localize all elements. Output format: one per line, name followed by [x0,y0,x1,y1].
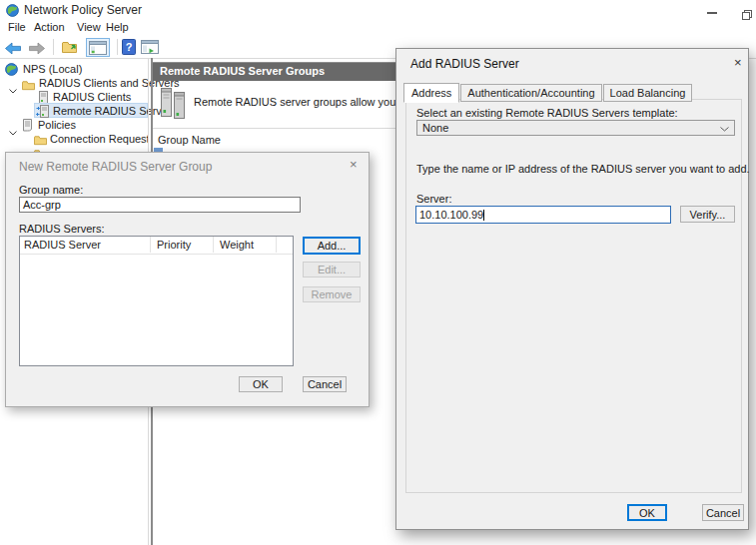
forward-arrow-icon[interactable] [28,41,46,59]
tab-page [405,99,742,493]
tab-load-balancing[interactable]: Load Balancing [603,84,693,102]
tree-item-connection-request-policies[interactable]: Connection Request Po [50,132,149,146]
close-icon[interactable]: × [350,158,358,171]
cancel-button[interactable]: Cancel [303,376,347,392]
minimize-icon[interactable] [707,12,717,14]
console-window-icon[interactable] [141,40,159,58]
server-label: Server: [416,193,451,205]
dialog-title: Add RADIUS Server [410,57,519,71]
menu-file[interactable]: File [8,21,26,33]
list-header: RADIUS Server Priority Weight [20,237,293,255]
close-icon[interactable]: × [734,56,742,69]
ok-button[interactable]: OK [627,504,667,521]
menu-action[interactable]: Action [34,21,65,33]
svg-text:?: ? [126,41,133,53]
add-button[interactable]: Add... [303,237,361,255]
tab-strip: Address Authentication/Accounting Load B… [403,82,693,102]
template-selected-value: None [422,122,448,134]
toolbar-separator [53,39,54,55]
globe-icon [5,62,18,80]
toolbar-separator [117,39,118,55]
help-icon[interactable]: ? [122,39,136,59]
radius-servers-label: RADIUS Servers: [19,223,105,235]
server-input[interactable]: 10.10.100.99 [415,206,671,224]
chevron-down-icon[interactable] [9,122,17,140]
instruction-text: Type the name or IP address of the RADIU… [416,163,750,175]
template-dropdown[interactable]: None [416,120,735,136]
template-label: Select an existing Remote RADIUS Servers… [416,107,678,119]
network-policy-server-window: Network Policy Server File Action View H… [0,0,756,545]
tree-item-radius-clients[interactable]: RADIUS Clients [53,90,131,104]
back-arrow-icon[interactable] [4,41,22,59]
menu-view[interactable]: View [77,21,101,33]
policies-scroll-icon [21,118,33,136]
column-header-group-name[interactable]: Group Name [158,134,221,146]
dialog-title: New Remote RADIUS Server Group [19,160,212,174]
tab-authentication[interactable]: Authentication/Accounting [460,84,601,102]
up-folder-icon[interactable] [62,40,79,58]
group-name-input[interactable]: Acc-grp [19,197,301,213]
column-priority[interactable]: Priority [157,239,191,251]
folder-icon [22,77,35,95]
column-weight[interactable]: Weight [220,239,254,251]
chevron-down-icon[interactable] [9,80,17,98]
ok-button[interactable]: OK [239,376,283,392]
column-radius-server[interactable]: RADIUS Server [24,239,101,251]
cancel-button[interactable]: Cancel [702,504,744,521]
new-group-dialog: New Remote RADIUS Server Group × Group n… [5,152,370,407]
remove-button[interactable]: Remove [303,286,361,302]
add-radius-server-dialog: Add RADIUS Server × Address Authenticati… [395,48,749,530]
tree-item-remote-radius-server[interactable]: Remote RADIUS Server [53,104,172,118]
restore-icon[interactable] [742,6,752,24]
server-group-icon [159,86,187,126]
chevron-down-icon [720,122,729,134]
window-title: Network Policy Server [24,3,142,17]
edit-button[interactable]: Edit... [303,262,361,277]
app-icon [6,3,19,21]
radius-servers-list[interactable]: RADIUS Server Priority Weight [19,236,294,366]
group-name-label: Group name: [19,184,83,196]
tree-item-nps-local[interactable]: NPS (Local) [23,62,82,76]
text-caret [483,210,484,221]
menu-help[interactable]: Help [106,21,129,33]
verify-button[interactable]: Verify... [680,206,735,223]
tab-address[interactable]: Address [403,83,459,103]
tree-item-policies[interactable]: Policies [38,118,76,132]
console-tree-icon[interactable] [86,38,110,57]
